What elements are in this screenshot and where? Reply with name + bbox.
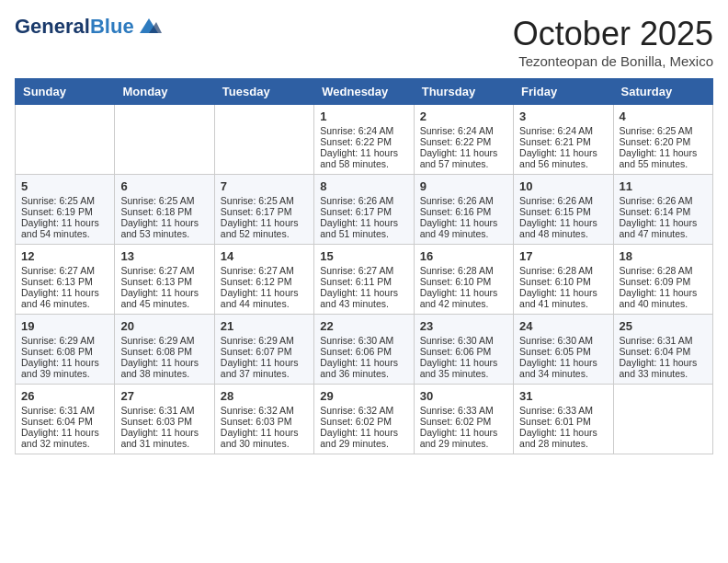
- calendar-header-row: SundayMondayTuesdayWednesdayThursdayFrid…: [16, 79, 713, 105]
- calendar-cell: 24Sunrise: 6:30 AMSunset: 6:05 PMDayligh…: [514, 315, 613, 385]
- day-info-line: Daylight: 11 hours and 51 minutes.: [320, 217, 407, 239]
- day-number: 29: [320, 389, 407, 403]
- day-number: 27: [120, 389, 208, 403]
- day-info-line: Sunset: 6:16 PM: [420, 206, 507, 217]
- day-info-line: Sunset: 6:21 PM: [519, 136, 607, 147]
- calendar-header-friday: Friday: [514, 79, 613, 105]
- calendar-cell: 8Sunrise: 6:26 AMSunset: 6:17 PMDaylight…: [314, 175, 414, 245]
- day-number: 31: [519, 389, 607, 403]
- day-info-line: Daylight: 11 hours and 45 minutes.: [120, 287, 208, 309]
- day-info-line: Daylight: 11 hours and 34 minutes.: [519, 357, 607, 379]
- logo: GeneralBlue: [15, 15, 162, 39]
- calendar-header-sunday: Sunday: [16, 79, 115, 105]
- day-info-line: Sunrise: 6:28 AM: [420, 265, 507, 276]
- day-number: 25: [620, 319, 707, 333]
- calendar-cell: 5Sunrise: 6:25 AMSunset: 6:19 PMDaylight…: [16, 175, 115, 245]
- calendar-cell: [214, 105, 313, 175]
- day-info-line: Daylight: 11 hours and 31 minutes.: [120, 427, 208, 449]
- day-info-line: Daylight: 11 hours and 43 minutes.: [320, 287, 407, 309]
- calendar-cell: 19Sunrise: 6:29 AMSunset: 6:08 PMDayligh…: [16, 315, 115, 385]
- calendar-week-row: 5Sunrise: 6:25 AMSunset: 6:19 PMDaylight…: [16, 175, 713, 245]
- calendar-cell: 18Sunrise: 6:28 AMSunset: 6:09 PMDayligh…: [613, 245, 712, 315]
- day-info-line: Sunrise: 6:30 AM: [420, 335, 507, 346]
- day-info-line: Sunrise: 6:31 AM: [21, 405, 108, 416]
- day-number: 3: [519, 109, 607, 123]
- day-info-line: Sunset: 6:22 PM: [420, 136, 507, 147]
- logo-icon: [136, 17, 162, 37]
- calendar-header-thursday: Thursday: [414, 79, 513, 105]
- day-number: 11: [620, 179, 707, 193]
- day-info-line: Sunrise: 6:30 AM: [519, 335, 607, 346]
- day-info-line: Sunrise: 6:32 AM: [320, 405, 407, 416]
- day-info-line: Daylight: 11 hours and 28 minutes.: [519, 427, 607, 449]
- day-info-line: Daylight: 11 hours and 33 minutes.: [620, 357, 707, 379]
- calendar-cell: 16Sunrise: 6:28 AMSunset: 6:10 PMDayligh…: [414, 245, 513, 315]
- day-info-line: Sunset: 6:09 PM: [620, 276, 707, 287]
- day-info-line: Sunset: 6:07 PM: [221, 346, 308, 357]
- day-info-line: Sunset: 6:01 PM: [519, 416, 607, 427]
- day-info-line: Sunrise: 6:27 AM: [221, 265, 308, 276]
- day-info-line: Daylight: 11 hours and 54 minutes.: [21, 217, 108, 239]
- calendar-header-saturday: Saturday: [613, 79, 712, 105]
- day-info-line: Sunset: 6:06 PM: [320, 346, 407, 357]
- calendar-cell: 11Sunrise: 6:26 AMSunset: 6:14 PMDayligh…: [613, 175, 712, 245]
- calendar-cell: [115, 105, 214, 175]
- day-info-line: Daylight: 11 hours and 40 minutes.: [620, 287, 707, 309]
- calendar-cell: 1Sunrise: 6:24 AMSunset: 6:22 PMDaylight…: [314, 105, 414, 175]
- calendar-cell: [16, 105, 115, 175]
- day-info-line: Sunrise: 6:29 AM: [21, 335, 108, 346]
- day-info-line: Sunset: 6:17 PM: [221, 206, 308, 217]
- day-info-line: Daylight: 11 hours and 32 minutes.: [21, 427, 108, 449]
- day-number: 20: [120, 319, 208, 333]
- day-info-line: Daylight: 11 hours and 52 minutes.: [221, 217, 308, 239]
- day-info-line: Sunset: 6:18 PM: [120, 206, 208, 217]
- day-number: 13: [120, 249, 208, 263]
- location-subtitle: Tezonteopan de Bonilla, Mexico: [513, 53, 713, 69]
- day-number: 7: [221, 179, 308, 193]
- day-info-line: Sunset: 6:13 PM: [21, 276, 108, 287]
- calendar-cell: 31Sunrise: 6:33 AMSunset: 6:01 PMDayligh…: [514, 385, 613, 454]
- calendar-week-row: 12Sunrise: 6:27 AMSunset: 6:13 PMDayligh…: [16, 245, 713, 315]
- day-number: 14: [221, 249, 308, 263]
- day-info-line: Sunset: 6:08 PM: [120, 346, 208, 357]
- day-info-line: Sunrise: 6:29 AM: [120, 335, 208, 346]
- calendar-week-row: 1Sunrise: 6:24 AMSunset: 6:22 PMDaylight…: [16, 105, 713, 175]
- day-info-line: Daylight: 11 hours and 42 minutes.: [420, 287, 507, 309]
- day-info-line: Sunrise: 6:33 AM: [519, 405, 607, 416]
- day-number: 1: [320, 109, 407, 123]
- day-info-line: Sunset: 6:13 PM: [120, 276, 208, 287]
- day-info-line: Sunrise: 6:28 AM: [620, 265, 707, 276]
- day-number: 5: [21, 179, 108, 193]
- day-info-line: Sunset: 6:15 PM: [519, 206, 607, 217]
- day-info-line: Sunset: 6:14 PM: [620, 206, 707, 217]
- day-info-line: Daylight: 11 hours and 37 minutes.: [221, 357, 308, 379]
- calendar-body: 1Sunrise: 6:24 AMSunset: 6:22 PMDaylight…: [16, 105, 713, 454]
- calendar-cell: 10Sunrise: 6:26 AMSunset: 6:15 PMDayligh…: [514, 175, 613, 245]
- day-info-line: Sunset: 6:08 PM: [21, 346, 108, 357]
- day-info-line: Sunset: 6:12 PM: [221, 276, 308, 287]
- day-info-line: Daylight: 11 hours and 36 minutes.: [320, 357, 407, 379]
- calendar-cell: 26Sunrise: 6:31 AMSunset: 6:04 PMDayligh…: [16, 385, 115, 454]
- day-info-line: Daylight: 11 hours and 48 minutes.: [519, 217, 607, 239]
- calendar-cell: 20Sunrise: 6:29 AMSunset: 6:08 PMDayligh…: [115, 315, 214, 385]
- calendar-cell: 25Sunrise: 6:31 AMSunset: 6:04 PMDayligh…: [613, 315, 712, 385]
- day-info-line: Daylight: 11 hours and 58 minutes.: [320, 147, 407, 169]
- calendar-cell: 21Sunrise: 6:29 AMSunset: 6:07 PMDayligh…: [214, 315, 313, 385]
- calendar-cell: 28Sunrise: 6:32 AMSunset: 6:03 PMDayligh…: [214, 385, 313, 454]
- day-info-line: Daylight: 11 hours and 55 minutes.: [620, 147, 707, 169]
- day-info-line: Daylight: 11 hours and 35 minutes.: [420, 357, 507, 379]
- day-number: 24: [519, 319, 607, 333]
- day-info-line: Daylight: 11 hours and 29 minutes.: [320, 427, 407, 449]
- day-info-line: Sunset: 6:10 PM: [420, 276, 507, 287]
- calendar-cell: 6Sunrise: 6:25 AMSunset: 6:18 PMDaylight…: [115, 175, 214, 245]
- calendar-cell: 27Sunrise: 6:31 AMSunset: 6:03 PMDayligh…: [115, 385, 214, 454]
- calendar-week-row: 26Sunrise: 6:31 AMSunset: 6:04 PMDayligh…: [16, 385, 713, 454]
- day-info-line: Sunrise: 6:26 AM: [420, 195, 507, 206]
- calendar-cell: 4Sunrise: 6:25 AMSunset: 6:20 PMDaylight…: [613, 105, 712, 175]
- logo-general: GeneralBlue: [15, 15, 134, 39]
- calendar-cell: 29Sunrise: 6:32 AMSunset: 6:02 PMDayligh…: [314, 385, 414, 454]
- calendar-cell: 15Sunrise: 6:27 AMSunset: 6:11 PMDayligh…: [314, 245, 414, 315]
- day-info-line: Daylight: 11 hours and 29 minutes.: [420, 427, 507, 449]
- calendar-week-row: 19Sunrise: 6:29 AMSunset: 6:08 PMDayligh…: [16, 315, 713, 385]
- day-info-line: Daylight: 11 hours and 49 minutes.: [420, 217, 507, 239]
